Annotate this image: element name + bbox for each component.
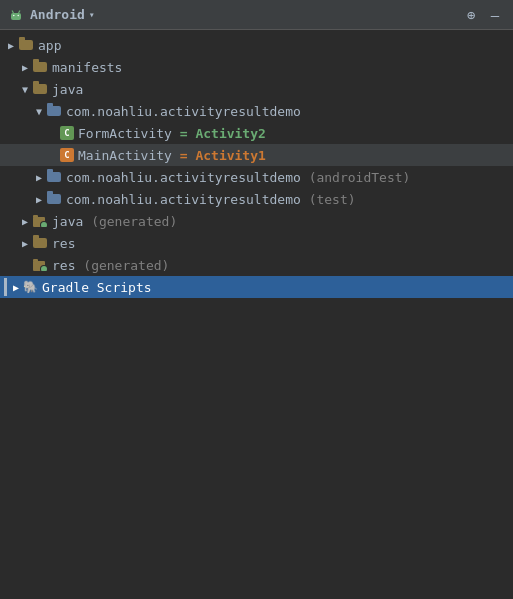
spacer-at1 <box>4 170 18 184</box>
folder-icon-res-gen <box>32 259 48 271</box>
spacer-fa3 <box>32 126 46 140</box>
class-icon-main: C <box>60 148 74 162</box>
form-activity-equals <box>172 126 180 141</box>
folder-icon-java <box>32 83 48 95</box>
item-suffix-java-gen: (generated) <box>83 214 177 229</box>
folder-icon-java-gen <box>32 215 48 227</box>
android-icon <box>8 7 24 23</box>
arrow-test: ▶ <box>32 192 46 206</box>
item-label-res: res <box>52 236 75 251</box>
tree-item-res-gen[interactable]: res (generated) <box>0 254 513 276</box>
folder-icon-manifests <box>32 61 48 73</box>
svg-rect-8 <box>33 215 38 218</box>
selection-cursor <box>4 278 7 296</box>
svg-line-3 <box>12 10 14 13</box>
folder-icon-app <box>18 39 34 51</box>
main-activity-value: = Activity1 <box>180 148 266 163</box>
spacer-fa1 <box>4 126 18 140</box>
header-title: Android <box>30 7 85 22</box>
spacer-fa4 <box>46 126 60 140</box>
spacer-java <box>4 82 18 96</box>
form-activity-value: = Activity2 <box>180 126 266 141</box>
svg-line-4 <box>19 10 21 13</box>
item-label-test: com.noahliu.activityresultdemo <box>66 192 301 207</box>
dropdown-icon[interactable]: ▾ <box>89 9 95 20</box>
item-suffix-android-test: (androidTest) <box>301 170 411 185</box>
spacer-t2 <box>18 192 32 206</box>
arrow-java: ▼ <box>18 82 32 96</box>
spacer1 <box>4 104 18 118</box>
spacer-ma3 <box>32 148 46 162</box>
arrow-app: ▶ <box>4 38 18 52</box>
item-label-java: java <box>52 82 83 97</box>
folder-icon-com <box>46 105 62 117</box>
item-label-gradle-scripts: Gradle Scripts <box>42 280 152 295</box>
tree-item-java-gen[interactable]: ▶ java (generated) <box>0 210 513 232</box>
class-icon-form: C <box>60 126 74 140</box>
tree-item-form-activity[interactable]: C FormActivity = Activity2 <box>0 122 513 144</box>
spacer-rg2 <box>18 258 32 272</box>
folder-icon-android-test <box>46 171 62 183</box>
item-suffix-test: (test) <box>301 192 356 207</box>
tree-item-res[interactable]: ▶ res <box>0 232 513 254</box>
tree-item-app[interactable]: ▶ app <box>0 34 513 56</box>
spacer2 <box>18 104 32 118</box>
spacer-at2 <box>18 170 32 184</box>
arrow-com-noahliu: ▼ <box>32 104 46 118</box>
item-label-com-noahliu: com.noahliu.activityresultdemo <box>66 104 301 119</box>
folder-overlay-res-svg <box>33 259 47 271</box>
item-label-form-activity: FormActivity <box>78 126 172 141</box>
spacer-jg1 <box>4 214 18 228</box>
spacer-rg1 <box>4 258 18 272</box>
arrow-android-test: ▶ <box>32 170 46 184</box>
file-tree: ▶ app ▶ manifests ▼ java ▼ com.noahliu.a… <box>0 30 513 302</box>
svg-rect-2 <box>11 13 21 20</box>
item-suffix-res-gen: (generated) <box>75 258 169 273</box>
tree-item-com-test[interactable]: ▶ com.noahliu.activityresultdemo (test) <box>0 188 513 210</box>
folder-icon-res <box>32 237 48 249</box>
item-label-main-activity: MainActivity <box>78 148 172 163</box>
tree-item-com-android-test[interactable]: ▶ com.noahliu.activityresultdemo (androi… <box>0 166 513 188</box>
tree-item-java[interactable]: ▼ java <box>0 78 513 100</box>
arrow-gradle: ▶ <box>9 280 23 294</box>
item-label-android-test: com.noahliu.activityresultdemo <box>66 170 301 185</box>
tree-item-com-noahliu[interactable]: ▼ com.noahliu.activityresultdemo <box>0 100 513 122</box>
item-label-app: app <box>38 38 61 53</box>
spacer-manifests <box>4 60 18 74</box>
spacer-t1 <box>4 192 18 206</box>
tree-item-main-activity[interactable]: C MainActivity = Activity1 <box>0 144 513 166</box>
item-label-manifests: manifests <box>52 60 122 75</box>
spacer-ma2 <box>18 148 32 162</box>
main-activity-space <box>172 148 180 163</box>
spacer-fa2 <box>18 126 32 140</box>
spacer-ma1 <box>4 148 18 162</box>
tree-item-manifests[interactable]: ▶ manifests <box>0 56 513 78</box>
item-label-java-gen: java <box>52 214 83 229</box>
svg-rect-12 <box>33 259 38 262</box>
header-bar: Android ▾ ⊕ — <box>0 0 513 30</box>
folder-icon-test <box>46 193 62 205</box>
item-label-res-gen: res <box>52 258 75 273</box>
arrow-manifests: ▶ <box>18 60 32 74</box>
tree-item-gradle-scripts[interactable]: ▶ 🐘 Gradle Scripts <box>0 276 513 298</box>
gradle-icon: 🐘 <box>23 280 38 294</box>
spacer-ma4 <box>46 148 60 162</box>
spacer-res1 <box>4 236 18 250</box>
minimize-button[interactable]: — <box>485 5 505 25</box>
svg-point-5 <box>13 14 14 15</box>
svg-point-6 <box>18 14 19 15</box>
arrow-res: ▶ <box>18 236 32 250</box>
arrow-java-gen: ▶ <box>18 214 32 228</box>
add-button[interactable]: ⊕ <box>461 5 481 25</box>
folder-overlay-svg <box>33 215 47 227</box>
